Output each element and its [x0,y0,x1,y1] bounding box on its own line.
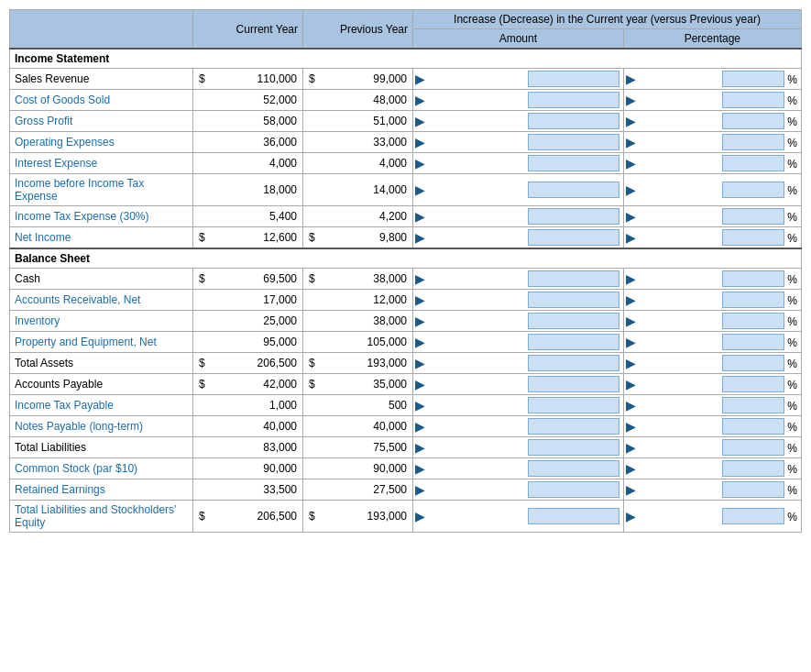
percentage-input[interactable] [722,508,784,524]
percentage-arrow-icon: ▶ [623,395,638,416]
amount-input[interactable] [528,481,619,498]
percentage-input-cell[interactable]: % [638,290,801,311]
amount-input-cell[interactable] [428,311,624,332]
percentage-input[interactable] [722,182,784,198]
percentage-input[interactable] [722,460,784,477]
percentage-input[interactable] [722,481,784,498]
amount-input[interactable] [528,292,619,308]
amount-input[interactable] [528,397,619,413]
amount-input[interactable] [528,92,619,108]
percentage-input[interactable] [722,113,784,129]
header-current-year: Current Year [193,10,303,50]
row-label: Income Tax Expense (30%) [10,206,193,227]
percentage-input-cell[interactable]: % [638,374,801,395]
amount-input[interactable] [528,313,619,329]
amount-input[interactable] [528,439,619,456]
row-label: Net Income [10,227,193,249]
percent-symbol: % [784,158,797,171]
amount-input[interactable] [528,155,619,171]
amount-input-cell[interactable] [428,90,624,111]
percentage-input[interactable] [722,270,784,287]
percentage-input[interactable] [722,155,784,171]
current-year-value: $110,000 [193,69,303,90]
header-label-col [10,10,193,50]
amount-input[interactable] [528,113,619,129]
amount-input[interactable] [528,229,619,246]
percentage-input[interactable] [722,376,784,392]
percentage-input[interactable] [722,208,784,225]
percentage-input-cell[interactable]: % [638,90,801,111]
amount-input[interactable] [528,376,619,392]
amount-input-cell[interactable] [428,353,624,374]
percent-symbol: % [784,379,797,391]
amount-input-cell[interactable] [428,374,624,395]
amount-input-cell[interactable] [428,269,624,290]
amount-input-cell[interactable] [428,69,624,90]
amount-input-cell[interactable] [428,174,624,206]
amount-input-cell[interactable] [428,458,624,479]
percentage-input-cell[interactable]: % [638,501,801,533]
amount-input-cell[interactable] [428,111,624,132]
amount-input-cell[interactable] [428,290,624,311]
amount-input[interactable] [528,208,619,225]
amount-input-cell[interactable] [428,153,624,174]
amount-input[interactable] [528,508,619,524]
percentage-input[interactable] [722,313,784,329]
row-label: Operating Expenses [10,132,193,153]
percentage-input-cell[interactable]: % [638,479,801,501]
percentage-input-cell[interactable]: % [638,416,801,437]
percentage-input[interactable] [722,229,784,246]
amount-arrow-icon: ▶ [413,501,428,533]
amount-input-cell[interactable] [428,437,624,458]
amount-input-cell[interactable] [428,395,624,416]
previous-year-value: 500 [303,395,413,416]
amount-input-cell[interactable] [428,206,624,227]
percentage-input-cell[interactable]: % [638,437,801,458]
amount-arrow-icon: ▶ [413,153,428,174]
amount-input[interactable] [528,460,619,477]
amount-input[interactable] [528,71,619,87]
amount-input-cell[interactable] [428,227,624,249]
amount-input-cell[interactable] [428,332,624,353]
percentage-input-cell[interactable]: % [638,111,801,132]
percentage-input-cell[interactable]: % [638,69,801,90]
amount-input[interactable] [528,182,619,198]
percentage-input-cell[interactable]: % [638,153,801,174]
amount-input-cell[interactable] [428,416,624,437]
percentage-input[interactable] [722,134,784,150]
percentage-input-cell[interactable]: % [638,311,801,332]
percentage-input-cell[interactable]: % [638,353,801,374]
current-year-value: 1,000 [193,395,303,416]
amount-arrow-icon: ▶ [413,132,428,153]
amount-input[interactable] [528,334,619,350]
amount-input-cell[interactable] [428,501,624,533]
amount-input[interactable] [528,418,619,435]
percentage-input[interactable] [722,292,784,308]
amount-input[interactable] [528,355,619,371]
percentage-input[interactable] [722,355,784,371]
amount-input[interactable] [528,270,619,287]
percentage-input-cell[interactable]: % [638,395,801,416]
percentage-arrow-icon: ▶ [623,153,638,174]
percentage-input[interactable] [722,71,784,87]
percentage-input[interactable] [722,397,784,413]
percent-symbol: % [784,211,797,224]
percentage-input[interactable] [722,92,784,108]
current-year-value: 5,400 [193,206,303,227]
percentage-input-cell[interactable]: % [638,458,801,479]
percentage-input-cell[interactable]: % [638,132,801,153]
amount-input-cell[interactable] [428,479,624,501]
percentage-input[interactable] [722,439,784,456]
percentage-input-cell[interactable]: % [638,227,801,249]
percentage-input-cell[interactable]: % [638,174,801,206]
row-label: Total Liabilities [10,437,193,458]
percentage-input-cell[interactable]: % [638,269,801,290]
percentage-input[interactable] [722,418,784,435]
current-year-value: 17,000 [193,290,303,311]
amount-input[interactable] [528,134,619,150]
percentage-input-cell[interactable]: % [638,332,801,353]
percentage-input-cell[interactable]: % [638,206,801,227]
previous-year-value: 27,500 [303,479,413,501]
amount-input-cell[interactable] [428,132,624,153]
percentage-input[interactable] [722,334,784,350]
